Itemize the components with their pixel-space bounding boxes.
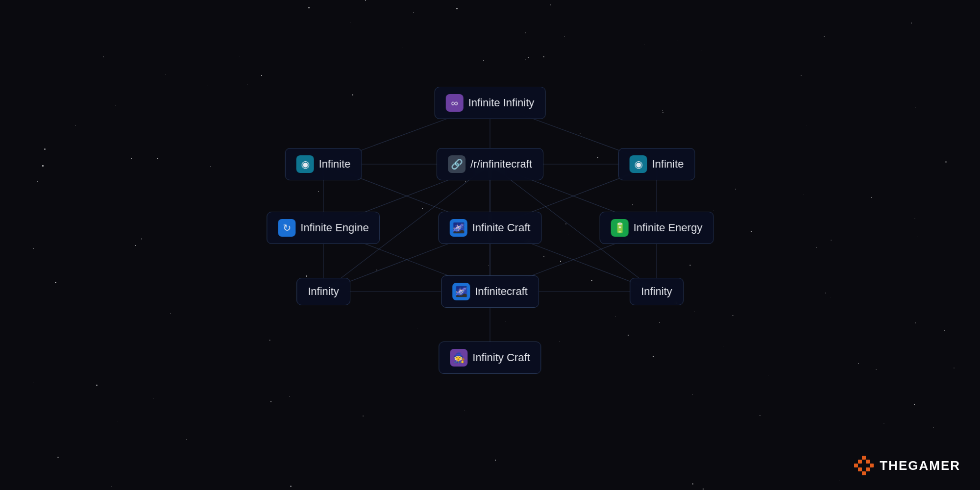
brand-logo: THEGAMER <box>853 455 960 476</box>
node-label-infinite-engine: Infinite Engine <box>300 221 368 234</box>
node-label-infinity-craft: Infinity Craft <box>472 351 530 364</box>
brand-icon <box>853 455 875 476</box>
node-label-infinitecraft: Infinitecraft <box>475 285 528 298</box>
node-icon-infinity-craft: 🧙 <box>450 349 467 367</box>
svg-rect-28 <box>870 464 874 467</box>
svg-rect-29 <box>858 460 862 464</box>
node-infinity-left[interactable]: Infinity <box>296 278 350 305</box>
node-icon-r-infinitecraft: 🔗 <box>448 155 466 173</box>
node-label-infinite-craft: Infinite Craft <box>472 221 531 234</box>
nodes-wrapper: ∞Infinite Infinity◉Infinite🔗/r/infinitec… <box>245 74 735 416</box>
node-icon-infinite-right: ◉ <box>630 155 647 173</box>
node-infinite-left[interactable]: ◉Infinite <box>285 148 362 180</box>
node-icon-infinite-engine: ↻ <box>278 219 295 237</box>
svg-rect-32 <box>866 467 870 471</box>
svg-rect-31 <box>858 467 862 471</box>
node-label-infinite-energy: Infinite Energy <box>634 221 703 234</box>
node-icon-infinitecraft: 🌌 <box>452 283 470 300</box>
node-infinity-craft[interactable]: 🧙Infinity Craft <box>439 342 541 374</box>
node-infinitecraft[interactable]: 🌌Infinitecraft <box>441 275 539 308</box>
node-label-r-infinitecraft: /r/infinitecraft <box>470 158 532 171</box>
node-icon-infinite-left: ◉ <box>296 155 314 173</box>
node-infinite-engine[interactable]: ↻Infinite Engine <box>267 212 380 244</box>
svg-rect-27 <box>854 464 858 467</box>
node-icon-infinite-craft: 🌌 <box>450 219 467 237</box>
brand-name: THEGAMER <box>880 458 960 473</box>
node-label-infinite-infinity: Infinite Infinity <box>468 97 535 109</box>
svg-rect-25 <box>862 456 866 460</box>
node-infinite-energy[interactable]: 🔋Infinite Energy <box>600 212 714 244</box>
node-label-infinite-right: Infinite <box>652 158 684 171</box>
node-label-infinite-left: Infinite <box>319 158 351 171</box>
node-infinity-right[interactable]: Infinity <box>630 278 684 305</box>
node-infinite-craft[interactable]: 🌌Infinite Craft <box>439 212 542 244</box>
node-label-infinity-right: Infinity <box>641 285 672 298</box>
node-infinite-infinity[interactable]: ∞Infinite Infinity <box>435 87 546 119</box>
svg-rect-26 <box>862 471 866 475</box>
node-icon-infinite-energy: 🔋 <box>611 219 629 237</box>
node-infinite-right[interactable]: ◉Infinite <box>618 148 695 180</box>
node-r-infinitecraft[interactable]: 🔗/r/infinitecraft <box>437 148 543 180</box>
svg-rect-30 <box>866 460 870 464</box>
node-icon-infinite-infinity: ∞ <box>446 94 464 112</box>
diagram-container: ∞Infinite Infinity◉Infinite🔗/r/infinitec… <box>0 0 980 490</box>
node-label-infinity-left: Infinity <box>308 285 339 298</box>
